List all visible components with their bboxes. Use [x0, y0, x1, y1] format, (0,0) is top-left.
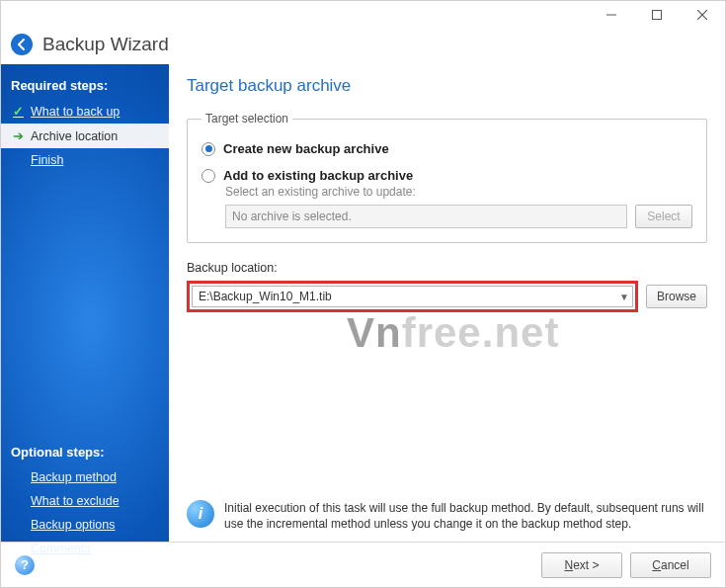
info-icon: i: [187, 500, 214, 528]
step-label: Backup method: [31, 470, 117, 484]
step-label: Archive location: [31, 129, 118, 143]
watermark: Vnfree.net: [347, 309, 559, 357]
optional-steps-heading: Optional steps:: [1, 439, 169, 465]
archive-input: [225, 205, 627, 228]
step-backup-options[interactable]: Backup options: [1, 513, 169, 537]
step-label: Comments: [31, 542, 90, 555]
step-comments[interactable]: Comments: [1, 537, 169, 560]
header: Backup Wizard: [1, 31, 725, 64]
body: Required steps: What to back up Archive …: [1, 64, 725, 542]
step-label: What to back up: [31, 105, 120, 119]
svg-rect-1: [653, 11, 662, 20]
page-title: Target backup archive: [187, 76, 707, 96]
add-subtext: Select an existing archive to update:: [225, 185, 692, 199]
radio-icon: [202, 169, 215, 183]
step-what-to-exclude[interactable]: What to exclude: [1, 489, 169, 513]
window-title: Backup Wizard: [42, 34, 169, 55]
radio-create-new[interactable]: Create new backup archive: [202, 141, 692, 156]
step-backup-method[interactable]: Backup method: [1, 465, 169, 489]
backup-location-input[interactable]: [192, 286, 633, 307]
backup-location-row: ▼ Browse: [187, 281, 707, 312]
info-row: i Initial execution of this task will us…: [187, 490, 707, 532]
archive-row: Select: [225, 205, 692, 228]
radio-add-existing[interactable]: Add to existing backup archive: [202, 168, 692, 183]
step-label: Finish: [31, 153, 63, 167]
minimize-button[interactable]: [589, 1, 634, 29]
maximize-button[interactable]: [634, 1, 680, 29]
step-label: Backup options: [31, 518, 115, 532]
step-archive-location[interactable]: Archive location: [1, 124, 169, 148]
radio-label: Add to existing backup archive: [223, 168, 413, 183]
sidebar: Required steps: What to back up Archive …: [1, 64, 169, 542]
target-selection-group: Target selection Create new backup archi…: [187, 112, 707, 243]
backup-location-highlight: ▼: [187, 281, 638, 312]
cancel-button[interactable]: Cancel: [630, 552, 711, 578]
step-what-to-back-up[interactable]: What to back up: [1, 99, 169, 124]
radio-icon: [202, 142, 215, 156]
backup-location-label: Backup location:: [187, 261, 707, 275]
radio-label: Create new backup archive: [223, 141, 389, 156]
back-button[interactable]: [11, 34, 33, 55]
close-button[interactable]: [680, 1, 725, 29]
info-text: Initial execution of this task will use …: [224, 500, 707, 532]
step-finish[interactable]: Finish: [1, 148, 169, 172]
main-panel: Target backup archive Target selection C…: [169, 64, 725, 542]
step-label: What to exclude: [31, 494, 120, 508]
titlebar: [1, 1, 725, 31]
browse-button[interactable]: Browse: [646, 285, 707, 308]
next-button[interactable]: Next >: [541, 552, 622, 578]
group-legend: Target selection: [202, 112, 292, 126]
select-button[interactable]: Select: [635, 205, 692, 228]
wizard-window: Backup Wizard Required steps: What to ba…: [0, 0, 726, 588]
required-steps-heading: Required steps:: [1, 72, 169, 99]
